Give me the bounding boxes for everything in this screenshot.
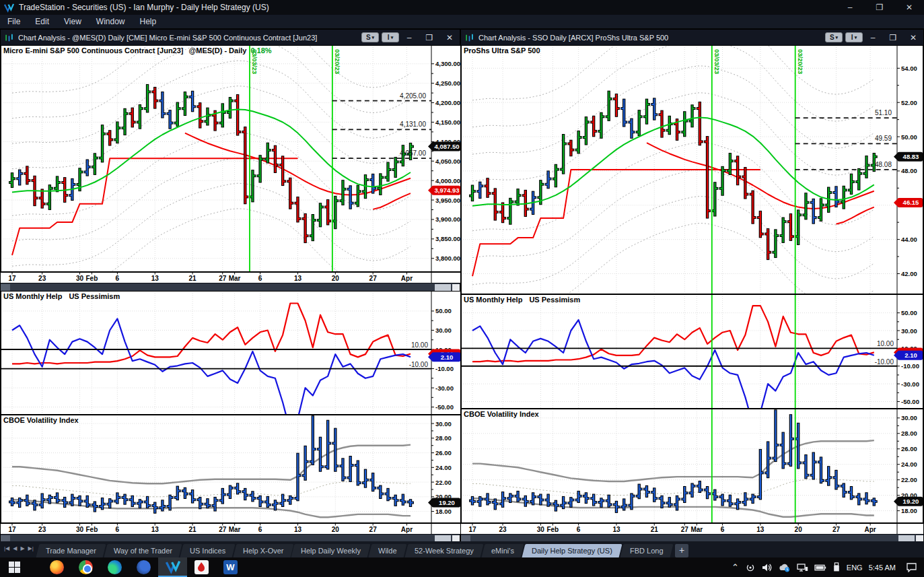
app-title: TradeStation - Securities (US) - Ian Mur… (19, 3, 269, 12)
tray-onedrive-icon[interactable] (779, 563, 791, 572)
indicator-button[interactable]: I▾ (382, 32, 399, 42)
tray-update-icon[interactable] (745, 563, 756, 572)
taskbar-firefox[interactable] (42, 557, 71, 577)
svg-text:Feb: Feb (86, 275, 98, 282)
svg-text:24.00: 24.00 (901, 461, 917, 468)
chart-analysis-icon (4, 33, 14, 42)
svg-text:4,200.00: 4,200.00 (435, 99, 460, 106)
tab-way-of-the-trader[interactable]: Way of the Trader (104, 544, 182, 557)
tab-nav-button-1[interactable]: ◀ (13, 545, 17, 551)
tray-volume-icon[interactable] (762, 563, 773, 572)
svg-text:23: 23 (38, 526, 46, 533)
svg-text:03/20/23: 03/20/23 (797, 49, 804, 74)
tab-daily-help-strategy-us[interactable]: Daily Help Strategy (US) (522, 544, 622, 557)
chart-window-mes: Chart Analysis - @MES(D) Daily [CME] Mic… (0, 29, 460, 541)
scroll-left-button[interactable] (1, 284, 10, 291)
svg-text:46.15: 46.15 (903, 199, 919, 206)
tab-help-x-over[interactable]: Help X-Over (233, 544, 293, 557)
taskbar: W ⌃ (0, 557, 924, 577)
scroll-handle[interactable] (435, 284, 451, 291)
svg-text:30.00: 30.00 (901, 327, 917, 335)
workspace-tabs: Trade ManagerWay of the TraderUS Indices… (38, 544, 672, 557)
sso-minimize-button[interactable]: – (863, 33, 883, 42)
svg-text:28.00: 28.00 (901, 430, 917, 437)
tray-network-icon[interactable] (797, 563, 808, 572)
menu-view[interactable]: View (57, 15, 89, 29)
tab-help-daily-weekly[interactable]: Help Daily Weekly (291, 544, 371, 557)
tab-52-week-strategy[interactable]: 52-Week Strategy (404, 544, 483, 557)
svg-text:21: 21 (189, 275, 197, 282)
style-button[interactable]: S▾ (361, 32, 379, 42)
svg-text:52.00: 52.00 (901, 99, 917, 106)
tab-nav-button-2[interactable]: ▶ (20, 545, 24, 551)
mes-vix-pane[interactable]: CBOE Volatility Index 30.0028.0026.0024.… (1, 415, 460, 523)
svg-text:27: 27 (219, 275, 227, 282)
svg-text:18.00: 18.00 (435, 508, 452, 515)
sso-maximize-button[interactable]: ❒ (883, 33, 903, 42)
tab-us-indices[interactable]: US Indices (180, 544, 235, 557)
tray-clock[interactable]: 5:45 AM (869, 564, 896, 572)
svg-text:23: 23 (38, 275, 46, 282)
menu-help[interactable]: Help (133, 15, 164, 29)
notification-center-icon[interactable] (906, 562, 917, 572)
app-minimize-button[interactable]: – (835, 3, 865, 12)
taskbar-word[interactable]: W (216, 557, 245, 577)
app-restore-button[interactable]: ❐ (865, 3, 894, 12)
tray-chevron-icon[interactable]: ⌃ (732, 562, 739, 572)
tray-usb-icon[interactable] (832, 562, 841, 572)
svg-text:-10.00: -10.00 (875, 358, 894, 366)
svg-text:17: 17 (8, 526, 16, 533)
add-tab-button[interactable]: + (675, 544, 688, 557)
svg-text:10.00: 10.00 (411, 341, 428, 349)
svg-text:13: 13 (612, 526, 620, 533)
taskbar-ignite[interactable] (187, 557, 216, 577)
svg-text:21: 21 (651, 526, 659, 533)
svg-text:3,950.00: 3,950.00 (435, 197, 460, 204)
taskbar-chrome[interactable] (71, 557, 100, 577)
app-close-button[interactable]: ✕ (894, 3, 924, 12)
mes-price-chart[interactable]: Micro E-mini S&P 500 Continuous Contract… (1, 45, 460, 272)
tab-emini-s[interactable]: eMini's (481, 544, 524, 557)
svg-text:27: 27 (681, 526, 689, 533)
tray-language[interactable]: ENG (847, 564, 863, 572)
svg-text:30: 30 (537, 526, 545, 533)
tab-trade-manager[interactable]: Trade Manager (36, 544, 106, 557)
menu-edit[interactable]: Edit (28, 15, 57, 29)
menu-window[interactable]: Window (89, 15, 133, 29)
sso-close-button[interactable]: ✕ (903, 33, 923, 42)
svg-text:6: 6 (116, 275, 120, 282)
tab-nav-button-0[interactable]: |◀ (4, 545, 9, 551)
svg-text:13: 13 (294, 526, 302, 533)
desktop: TradeStation - Securities (US) - Ian Mur… (0, 0, 924, 577)
svg-text:13: 13 (151, 275, 159, 282)
tab-fbd-long[interactable]: FBD Long (620, 544, 673, 557)
start-button[interactable] (0, 557, 29, 577)
taskbar-phone-link[interactable] (129, 557, 158, 577)
app-titlebar: TradeStation - Securities (US) - Ian Mur… (0, 0, 924, 15)
sso-monthly-help-pane[interactable]: US Monthly HelpUS Pessimism 10.00-10.005… (461, 294, 923, 409)
chart-window-sso: Chart Analysis - SSO Daily [ARCX] ProShs… (460, 29, 924, 541)
mes-minimize-button[interactable]: – (399, 33, 419, 42)
tab-wilde[interactable]: Wilde (369, 544, 407, 557)
workspace: Chart Analysis - @MES(D) Daily [CME] Mic… (0, 29, 924, 541)
taskbar-tradestation[interactable] (158, 557, 187, 577)
style-button[interactable]: S▾ (825, 32, 843, 42)
mes-monthly-help-pane[interactable]: US Monthly HelpUS Pessimism 10.00-10.005… (1, 291, 460, 415)
svg-text:17: 17 (468, 526, 476, 533)
tray-battery-icon[interactable] (814, 563, 826, 572)
sso-price-chart[interactable]: ProShs Ultra S&P 500 03/03/2303/20/2351.… (461, 45, 923, 294)
mes-maximize-button[interactable]: ❒ (419, 33, 439, 42)
svg-text:17: 17 (8, 275, 16, 282)
taskbar-edge[interactable] (100, 557, 129, 577)
indicator-button[interactable]: I▾ (845, 32, 863, 42)
windows-start-icon (9, 562, 20, 573)
svg-text:Apr: Apr (401, 526, 413, 533)
svg-text:-50.00: -50.00 (435, 403, 454, 411)
mes-horizontal-scrollbar[interactable] (1, 283, 460, 291)
menu-file[interactable]: File (0, 15, 28, 29)
sso-vix-pane[interactable]: CBOE Volatility Index 30.0028.0026.0024.… (461, 409, 923, 523)
tab-nav-button-3[interactable]: ▶| (28, 545, 34, 551)
svg-text:50.00: 50.00 (901, 309, 917, 316)
svg-text:20: 20 (795, 526, 803, 533)
mes-close-button[interactable]: ✕ (439, 33, 460, 42)
